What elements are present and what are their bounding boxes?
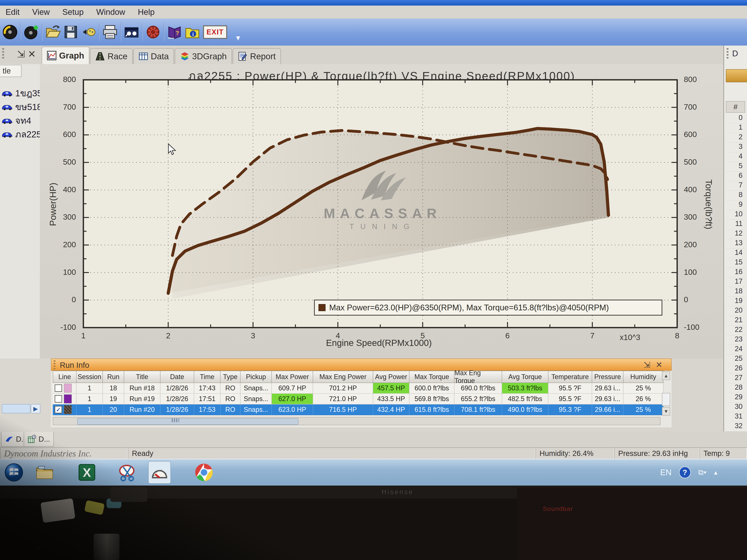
column-header[interactable]: Avg Torque bbox=[502, 371, 548, 383]
pin-icon[interactable]: ⇲ bbox=[17, 49, 25, 60]
column-header[interactable]: Type bbox=[221, 371, 240, 383]
vscroll-thumb[interactable] bbox=[662, 393, 670, 406]
column-header[interactable]: Pressure bbox=[592, 371, 623, 383]
tab-report[interactable]: Report bbox=[233, 48, 281, 64]
menu-view[interactable]: View bbox=[32, 7, 50, 17]
mini-scrollbar[interactable] bbox=[2, 404, 30, 413]
row-number[interactable]: 12 bbox=[726, 229, 746, 239]
sidebar-tab-title[interactable]: tle bbox=[0, 65, 22, 77]
run-row[interactable]: 118Run #181/28/2617:43ROSnaps...609.7 HP… bbox=[53, 383, 664, 394]
row-number[interactable]: 20 bbox=[726, 306, 746, 316]
tab-race[interactable]: Race bbox=[90, 48, 132, 64]
column-header[interactable]: Title bbox=[124, 371, 160, 383]
vehicle-item[interactable]: ขษ518 bbox=[0, 100, 40, 114]
export-icon[interactable] bbox=[80, 22, 98, 42]
row-number[interactable]: 4 bbox=[726, 152, 746, 162]
row-number[interactable]: 32 bbox=[726, 422, 746, 431]
line-cell[interactable] bbox=[53, 394, 77, 404]
dyno-gauge-icon[interactable] bbox=[1, 22, 19, 42]
windows-tray-icon[interactable]: ⧉▾ bbox=[698, 468, 706, 477]
row-number[interactable]: 22 bbox=[726, 325, 746, 335]
run-row[interactable]: 119Run #191/28/2617:51ROSnaps...627.0 HP… bbox=[53, 394, 664, 404]
menu-edit[interactable]: Edit bbox=[5, 7, 20, 17]
run-checkbox[interactable]: ✓ bbox=[55, 406, 62, 413]
column-header[interactable]: Date bbox=[160, 371, 194, 383]
tab-graph[interactable]: Graph bbox=[42, 47, 89, 64]
row-number[interactable]: 19 bbox=[726, 297, 746, 306]
brake-wheel-icon[interactable] bbox=[144, 22, 162, 42]
column-header[interactable]: Line bbox=[53, 371, 77, 383]
row-number[interactable]: 31 bbox=[726, 412, 746, 422]
column-header[interactable]: Humidity bbox=[623, 371, 664, 383]
run-checkbox[interactable] bbox=[55, 395, 62, 403]
row-number[interactable]: 17 bbox=[726, 277, 746, 287]
dyno-new-run-icon[interactable] bbox=[23, 22, 41, 42]
run-row[interactable]: ✓120Run #201/28/2617:53ROSnaps...623.0 H… bbox=[53, 404, 664, 415]
info-folder-icon[interactable]: i bbox=[183, 22, 201, 42]
vehicle-item[interactable]: จท4 bbox=[0, 114, 40, 127]
scroll-down-button[interactable]: ▼ bbox=[662, 407, 670, 416]
help-tray-icon[interactable]: ? bbox=[679, 466, 691, 478]
row-number[interactable]: 21 bbox=[726, 316, 746, 325]
row-number[interactable]: 29 bbox=[726, 393, 746, 403]
row-number[interactable]: 5 bbox=[726, 162, 746, 171]
column-header[interactable]: Temperature bbox=[548, 371, 592, 383]
row-number[interactable]: 9 bbox=[726, 201, 746, 210]
column-header[interactable]: Max Torque bbox=[409, 371, 455, 383]
vehicle-item[interactable]: ภล2255 bbox=[0, 127, 40, 141]
row-number[interactable]: 24 bbox=[726, 345, 746, 354]
video-capture-icon[interactable] bbox=[123, 22, 140, 42]
dock-tab-2[interactable]: D... bbox=[24, 432, 54, 447]
menu-help[interactable]: Help bbox=[138, 7, 155, 17]
row-number[interactable]: 28 bbox=[726, 383, 746, 393]
row-number[interactable]: 30 bbox=[726, 403, 746, 412]
row-number[interactable]: 26 bbox=[726, 364, 746, 374]
menu-window[interactable]: Window bbox=[96, 7, 125, 17]
dyno-app-taskbar-icon[interactable] bbox=[148, 461, 171, 484]
open-icon[interactable] bbox=[44, 22, 62, 42]
close-icon[interactable]: ✕ bbox=[28, 49, 36, 60]
file-explorer-icon[interactable] bbox=[33, 461, 56, 484]
row-number[interactable]: 2 bbox=[726, 133, 746, 142]
row-number[interactable]: 15 bbox=[726, 258, 746, 268]
row-number[interactable]: 0 bbox=[726, 114, 746, 123]
hscroll-thumb[interactable] bbox=[77, 418, 299, 425]
language-indicator[interactable]: EN bbox=[660, 468, 671, 477]
run-checkbox[interactable] bbox=[55, 384, 62, 392]
column-header[interactable]: Time bbox=[194, 371, 221, 383]
toolbar-overflow-icon[interactable]: ▾ bbox=[232, 20, 244, 44]
row-number[interactable]: 6 bbox=[726, 171, 746, 181]
row-number[interactable]: 1 bbox=[726, 123, 746, 133]
line-cell[interactable] bbox=[53, 383, 77, 394]
row-number[interactable]: 10 bbox=[726, 210, 746, 220]
scroll-up-button[interactable]: ▲ bbox=[662, 372, 670, 380]
column-header[interactable]: Pickup bbox=[240, 371, 272, 383]
vehicle-item[interactable]: 1ขฎ35 bbox=[0, 86, 40, 100]
row-number[interactable]: 23 bbox=[726, 335, 746, 345]
start-button[interactable] bbox=[3, 461, 25, 484]
row-number[interactable]: 7 bbox=[726, 181, 746, 191]
column-header[interactable]: Max Eng Torque bbox=[455, 371, 502, 383]
exit-button[interactable]: EXIT bbox=[201, 22, 229, 42]
excel-icon[interactable]: X bbox=[76, 461, 98, 484]
row-number[interactable]: 18 bbox=[726, 287, 746, 297]
column-header[interactable]: Run bbox=[103, 371, 124, 383]
show-hidden-icons[interactable]: ▴ bbox=[714, 469, 717, 476]
column-header[interactable]: Avg Power bbox=[373, 371, 409, 383]
column-header[interactable]: Session bbox=[77, 371, 103, 383]
save-icon[interactable] bbox=[62, 22, 80, 42]
snipping-tool-icon[interactable] bbox=[117, 461, 139, 484]
row-number[interactable]: 13 bbox=[726, 239, 746, 248]
row-number[interactable]: 16 bbox=[726, 268, 746, 277]
run-table-hscrollbar[interactable] bbox=[53, 417, 661, 425]
data-panel-selected-cell[interactable] bbox=[726, 69, 747, 82]
help-book-icon[interactable]: ? bbox=[165, 22, 183, 42]
row-number[interactable]: 27 bbox=[726, 374, 746, 383]
row-number[interactable]: 3 bbox=[726, 142, 746, 152]
row-number[interactable]: 8 bbox=[726, 191, 746, 201]
column-header[interactable]: Max Eng Power bbox=[313, 371, 373, 383]
print-icon[interactable] bbox=[101, 22, 119, 42]
close-icon[interactable]: ✕ bbox=[656, 360, 663, 369]
row-number[interactable]: 14 bbox=[726, 248, 746, 258]
mini-scroll-right-button[interactable]: ▶ bbox=[31, 404, 41, 413]
